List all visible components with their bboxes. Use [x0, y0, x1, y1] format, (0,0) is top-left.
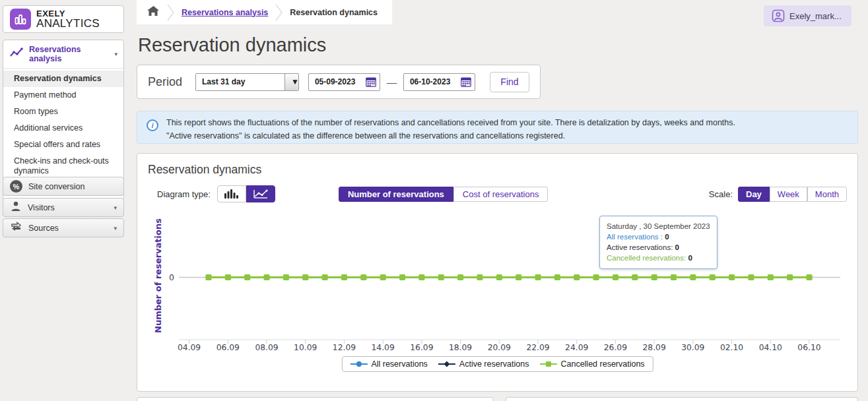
sources-icon — [10, 221, 22, 235]
scale-day[interactable]: Day — [738, 187, 770, 202]
data-point — [225, 274, 231, 280]
reservation-dynamics-chart[interactable]: 04.0906.0908.0910.0912.0914.0916.0918.09… — [137, 209, 857, 358]
find-button[interactable]: Find — [490, 72, 529, 92]
data-point — [748, 274, 754, 280]
breadcrumb-current: Reservation dynamics — [290, 8, 378, 17]
breadcrumb-link-reservations-analysis[interactable]: Reservations analysis — [182, 8, 268, 17]
x-tick-label: 10.09 — [294, 343, 317, 352]
data-point — [690, 274, 696, 280]
data-point — [574, 274, 580, 280]
legend-item-all-reservations[interactable]: All reservations — [350, 359, 427, 369]
info-line2: "Active reservations" is calculated as t… — [166, 129, 735, 142]
data-point — [729, 274, 735, 280]
data-point — [671, 274, 677, 280]
data-point — [360, 274, 366, 280]
legend-marker-icon — [539, 361, 556, 367]
data-point — [535, 274, 541, 280]
legend-item-cancelled-reservations[interactable]: Cancelled reservations — [539, 359, 644, 369]
date-to-input[interactable] — [405, 77, 461, 86]
chart-title: Reservation dynamics — [148, 163, 261, 177]
user-name: Exely_mark... — [789, 11, 842, 21]
sidebar-item-additional-services[interactable]: Additional services — [3, 120, 123, 137]
tooltip-row: Cancelled reservations: 0 — [607, 253, 710, 263]
sidebar-section-label: Reservations analysis — [29, 45, 109, 63]
brand-logo: EXELY ANALYTICS — [3, 5, 124, 33]
data-point — [206, 274, 212, 280]
scale-buttons: DayWeekMonth — [738, 187, 847, 202]
sidebar-reservations-section: Reservations analysis ▾ Reservation dyna… — [3, 40, 124, 200]
tooltip-row: Active reservations: 0 — [607, 242, 710, 253]
sidebar-item-special-offers-and-rates[interactable]: Special offers and rates — [3, 137, 123, 153]
logo-bars-icon — [10, 9, 31, 30]
x-tick-label: 08.09 — [255, 343, 278, 352]
chevron-down-icon: ▾ — [114, 51, 117, 57]
chevron-down-icon: ▾ — [114, 225, 117, 231]
period-preset-value: Last 31 day — [196, 74, 298, 90]
x-tick-label: 04.10 — [759, 343, 782, 352]
tab-number-of-reservations[interactable]: Number of reservations — [339, 187, 453, 202]
data-point — [244, 274, 250, 280]
x-tick-label: 02.10 — [720, 343, 743, 352]
x-tick-label: 14.09 — [372, 343, 395, 352]
sidebar-item-sources[interactable]: Sources ▾ — [3, 218, 124, 237]
x-tick-label: 06.10 — [797, 343, 820, 352]
x-tick-label: 04.09 — [178, 343, 201, 352]
scale-month[interactable]: Month — [807, 187, 847, 202]
period-label: Period — [148, 75, 182, 89]
line-diagram-button[interactable] — [246, 185, 275, 202]
date-from-field[interactable] — [308, 73, 380, 91]
data-point — [593, 274, 599, 280]
sidebar-item-visitors[interactable]: Visitors ▾ — [3, 198, 124, 217]
scale-group: Scale: DayWeekMonth — [709, 187, 847, 202]
metric-tabs: Number of reservationsCost of reservatio… — [339, 187, 549, 202]
sidebar-item-room-types[interactable]: Room types — [3, 104, 123, 120]
site-conversion-label: Site conversion — [28, 182, 117, 191]
x-tick-label: 06.09 — [217, 343, 240, 352]
data-point — [554, 274, 560, 280]
y-axis-title: Number of reservations — [153, 218, 163, 333]
bar-diagram-button[interactable] — [217, 185, 246, 202]
reservation-dynamics-card: Reservation dynamics Diagram type: Numbe… — [137, 153, 858, 392]
line-diagram-icon — [253, 189, 269, 199]
calendar-icon[interactable] — [461, 77, 471, 87]
page-title: Reservation dynamics — [138, 34, 326, 56]
chart-legend: All reservationsActive reservationsCance… — [341, 356, 653, 372]
sidebar-item-site-conversion[interactable]: % Site conversion — [3, 177, 124, 196]
data-point — [457, 274, 463, 280]
date-from-input[interactable] — [310, 77, 366, 86]
sidebar-item-payment-method[interactable]: Payment method — [3, 87, 123, 104]
x-tick-label: 30.09 — [681, 343, 704, 352]
data-point — [496, 274, 502, 280]
calendar-icon[interactable] — [366, 77, 376, 87]
data-point — [613, 274, 618, 280]
data-point — [264, 274, 270, 280]
percent-icon: % — [10, 180, 22, 193]
data-point — [302, 274, 308, 280]
select-caret-icon[interactable]: ▼ — [284, 74, 298, 90]
tab-cost-of-reservations[interactable]: Cost of reservations — [453, 187, 549, 202]
bar-diagram-icon — [224, 189, 239, 199]
data-point — [438, 274, 444, 280]
tooltip-row: All reservations : 0 — [607, 231, 710, 242]
data-point — [651, 274, 657, 280]
user-icon — [772, 9, 785, 22]
date-to-field[interactable] — [403, 73, 475, 91]
sidebar-item-reservation-dynamics[interactable]: Reservation dynamics — [3, 71, 123, 87]
data-point — [477, 274, 483, 280]
diagram-type-label: Diagram type: — [157, 189, 211, 199]
legend-marker-icon — [438, 361, 455, 367]
x-tick-label: 22.09 — [526, 343, 549, 352]
sidebar-item-check-ins-and-check-outs-dynamics[interactable]: Check-ins and check-outs dynamics — [3, 153, 123, 179]
data-point — [341, 274, 347, 280]
home-icon[interactable] — [147, 5, 160, 19]
x-tick-label: 26.09 — [604, 343, 627, 352]
period-preset-select[interactable]: Last 31 day ▼ — [195, 73, 299, 91]
x-tick-label: 24.09 — [565, 343, 588, 352]
sidebar-section-reservations-analysis[interactable]: Reservations analysis ▾ — [3, 40, 123, 68]
chart-controls: Diagram type: Number of reservationsCost… — [148, 185, 847, 202]
data-point — [807, 274, 813, 280]
scale-week[interactable]: Week — [770, 187, 807, 202]
user-account-badge[interactable]: Exely_mark... — [764, 5, 851, 26]
legend-item-active-reservations[interactable]: Active reservations — [438, 359, 529, 369]
data-point — [418, 274, 424, 280]
